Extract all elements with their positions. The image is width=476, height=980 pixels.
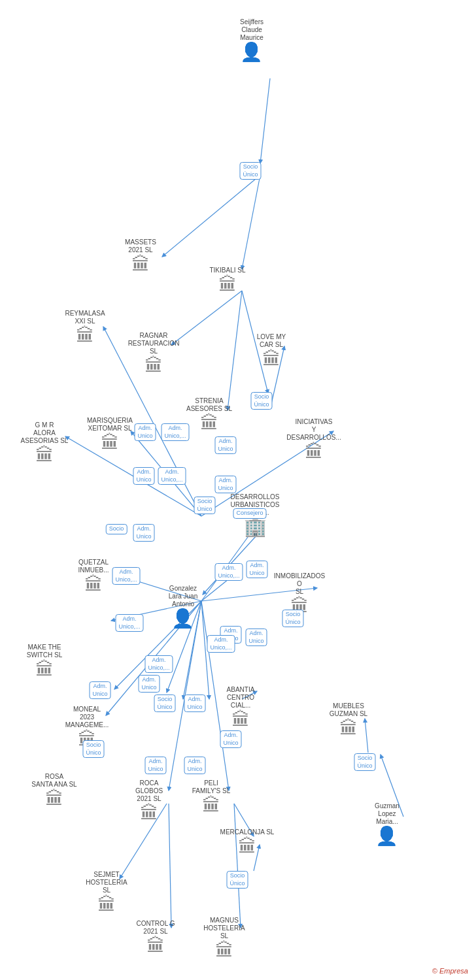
badge-7[interactable]: Adm. Unico	[214, 476, 236, 493]
badge-27[interactable]: Adm. Unico	[144, 757, 166, 774]
badge-21[interactable]: Adm. Unico	[138, 675, 160, 693]
svg-line-5	[171, 291, 242, 345]
building-icon-love_my_car: 🏛	[262, 350, 280, 368]
badge-20[interactable]: Adm. Unico,...	[144, 655, 173, 673]
node-mercalonja: MERCALONJA SL🏛	[220, 828, 275, 856]
svg-line-30	[234, 804, 241, 928]
node-rosa_santa_ana: ROSA SANTA ANA SL🏛	[31, 773, 76, 808]
badge-28[interactable]: Adm. Unico	[184, 757, 205, 774]
building-icon-quetzal: 🏛	[84, 576, 103, 594]
svg-line-29	[169, 804, 171, 928]
badge-22[interactable]: Adm. Unico	[89, 681, 110, 699]
node-make_the_switch: MAKE THE SWITCH SL🏛	[27, 644, 62, 679]
badge-3[interactable]: Adm. Unico,...	[161, 423, 189, 441]
badge-2[interactable]: Adm. Unico	[134, 423, 156, 441]
badge-25[interactable]: Adm. Unico	[220, 730, 241, 748]
copyright: © Empresa	[432, 967, 468, 975]
badge-5[interactable]: Adm. Unico	[133, 467, 154, 485]
building-icon-magnus: 🏛	[215, 941, 233, 960]
person-icon-seijffers: 👤	[240, 43, 263, 61]
badge-10[interactable]: Socio	[106, 524, 128, 534]
building-icon-marisqueria: 🏛	[101, 434, 119, 452]
building-icon-massets: 🏛	[131, 255, 150, 274]
node-marisqueria: MARISQUERIA XEITOMAR SL🏛	[87, 417, 133, 452]
building-icon-roca_globos: 🏛	[140, 804, 158, 823]
node-love_my_car: LOVE MY CAR SL🏛	[257, 333, 286, 368]
building-icon-abantia: 🏛	[231, 711, 250, 729]
node-quetzal: QUETZAL INMUEB...🏛	[78, 559, 109, 594]
building-icon-reymalasa: 🏛	[76, 327, 94, 345]
badge-13[interactable]: Adm. Unico,...	[115, 614, 143, 632]
badge-9[interactable]: Consejero	[233, 508, 266, 519]
svg-line-6	[228, 291, 242, 410]
node-tikibali: TIKIBALI SL🏛	[209, 267, 245, 294]
node-muebles_guzman: MUEBLES GUZMAN SL🏛	[330, 702, 367, 738]
node-iniciativas: INICIATIVAS Y DESARROLLOS...🏛	[286, 418, 341, 461]
badge-24[interactable]: Adm. Unico	[184, 694, 205, 712]
badge-4[interactable]: Adm. Unico	[214, 436, 236, 454]
badge-29[interactable]: Socio Único	[226, 871, 248, 889]
badge-18[interactable]: Socio Único	[282, 610, 303, 627]
building-icon-tikibali: 🏛	[218, 276, 237, 294]
node-massets: MASSETS 2021 SL🏛	[125, 238, 156, 274]
node-control_g: CONTROL G 2021 SL🏛	[136, 920, 175, 955]
badge-23[interactable]: Socio Único	[154, 694, 175, 712]
node-gonzalez: Gonzalez Lara Juan Antonio👤	[169, 585, 197, 628]
node-ragnar: RAGNAR RESTAURACION SL🏛	[128, 332, 180, 375]
svg-line-1	[242, 175, 260, 269]
badge-15[interactable]: Adm. Unico	[246, 561, 267, 578]
svg-line-2	[162, 175, 260, 257]
badge-0[interactable]: Socio Único	[239, 162, 261, 180]
node-magnus: MAGNUS HOSTELERIA SL🏛	[203, 917, 245, 960]
building-icon-ragnar: 🏛	[144, 357, 163, 375]
badge-12[interactable]: Adm. Unico,...	[112, 567, 140, 585]
node-abantia: ABANTIA CENTRO CIAL...🏛	[227, 686, 255, 729]
badge-8[interactable]: Socio Único	[194, 497, 215, 514]
badge-14[interactable]: Adm. Unico,...	[214, 563, 243, 581]
node-peli_family: PELI FAMILY'S SL🏛	[192, 779, 230, 815]
building-icon-muebles_guzman: 🏛	[339, 719, 358, 738]
badge-19[interactable]: Adm. Unico,...	[207, 635, 235, 653]
node-seijffers: Seijffers Claude Maurice👤	[240, 18, 264, 61]
building-icon-control_g: 🏛	[146, 937, 165, 955]
building-icon-rosa_santa_ana: 🏛	[45, 790, 63, 808]
building-icon-desarrollos: 🏢	[244, 518, 267, 536]
building-icon-strenia: 🏛	[200, 414, 218, 433]
person-icon-gonzalez: 👤	[171, 610, 194, 628]
node-strenia: STRENIA ASESORES SL🏛	[186, 397, 232, 433]
building-icon-peli_family: 🏛	[202, 796, 220, 815]
node-reymalasa: REYMALASA XXI SL🏛	[65, 310, 105, 345]
person-icon-guzman_lopez: 👤	[375, 827, 398, 845]
svg-line-0	[260, 78, 270, 163]
node-roca_globos: ROCA GLOBOS 2021 SL🏛	[135, 779, 163, 823]
badge-30[interactable]: Socio Único	[354, 753, 375, 771]
badge-6[interactable]: Adm. Unico,...	[158, 467, 186, 485]
building-icon-sejmet: 🏛	[97, 896, 116, 914]
badge-26[interactable]: Socio Único	[82, 740, 104, 758]
building-icon-make_the_switch: 🏛	[35, 661, 54, 679]
building-icon-iniciativas: 🏛	[305, 443, 323, 461]
badge-17[interactable]: Adm. Unico	[245, 629, 267, 646]
building-icon-gmr_alora: 🏛	[35, 446, 54, 465]
node-gmr_alora: G M R ALORA ASESORIAS SL🏛	[21, 421, 69, 465]
badge-1[interactable]: Socio Único	[250, 392, 272, 410]
node-guzman_lopez: Guzman Lopez Maria...👤	[375, 802, 400, 845]
badge-11[interactable]: Adm. Unico	[133, 524, 154, 542]
node-sejmet: SEJMET HOSTELERIA SL🏛	[86, 871, 127, 914]
building-icon-mercalonja: 🏛	[238, 838, 256, 856]
